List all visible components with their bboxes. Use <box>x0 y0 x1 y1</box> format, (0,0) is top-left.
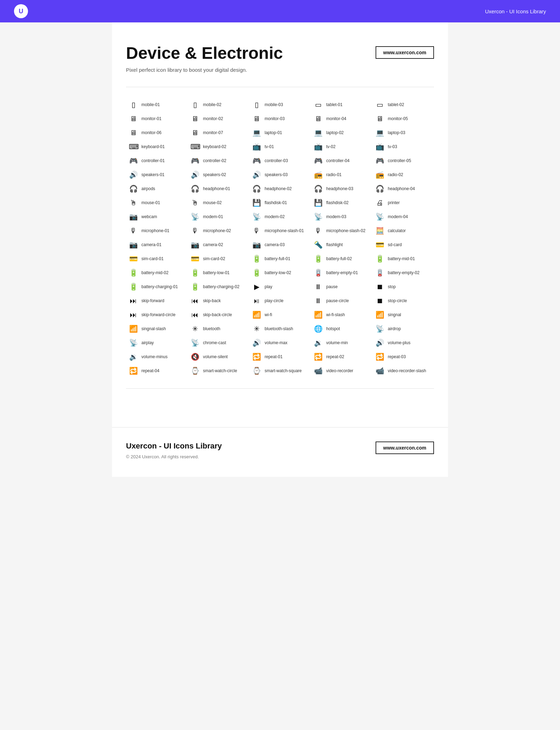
icon-item: 💳sim-card-02 <box>188 252 249 266</box>
icon-item: ⏮skip-back-circle <box>188 308 249 322</box>
icon-item: 🪫battery-empty-01 <box>311 266 372 280</box>
icon-label: tv-03 <box>388 144 397 149</box>
icon-label: mobile-01 <box>141 102 160 107</box>
icon-label: laptop-01 <box>265 130 282 135</box>
modem-04-icon: 📡 <box>375 213 384 220</box>
icon-item: ▯mobile-01 <box>126 98 188 112</box>
icon-label: pause-circle <box>326 298 349 303</box>
icon-item: 📺tv-02 <box>311 140 372 154</box>
icon-label: sim-card-01 <box>141 256 163 261</box>
volume-plus-icon: 🔊 <box>375 339 384 346</box>
icon-item: 🔦flashlight <box>311 238 372 252</box>
icon-label: webcam <box>141 214 157 219</box>
icon-item: 🔊speakers-02 <box>188 168 249 182</box>
footer-inner: Uxercon - UI Icons Library © 2024 Uxerco… <box>126 442 434 459</box>
icon-label: repeat-04 <box>141 368 159 373</box>
smart-watch-circle-icon: ⌚ <box>190 367 200 374</box>
icon-label: controller-02 <box>203 158 226 163</box>
bluetooth-slash-icon: ✳ <box>252 325 261 332</box>
icon-item: 📹video-recorder <box>311 364 372 378</box>
icons-grid: ▯mobile-01▯mobile-02▯mobile-03▭tablet-01… <box>126 98 434 378</box>
icon-item: 📡airplay <box>126 336 188 350</box>
icon-label: headphone-03 <box>326 186 353 191</box>
icon-item: 📶wi-fi <box>249 308 311 322</box>
icon-label: skip-forward <box>141 298 164 303</box>
icon-item: 💳sim-card-01 <box>126 252 188 266</box>
icon-item: 🔋battery-mid-01 <box>372 252 434 266</box>
icon-item: 📡modem-03 <box>311 210 372 224</box>
icon-item: ⌚smart-watch-circle <box>188 364 249 378</box>
icon-item: 🖥monitor-07 <box>188 126 249 140</box>
repeat-04-icon: 🔁 <box>129 367 138 374</box>
icon-label: battery-low-01 <box>203 270 230 275</box>
icon-label: camera-02 <box>203 242 223 247</box>
mouse-01-icon: 🖱 <box>129 199 138 206</box>
monitor-02-icon: 🖥 <box>190 115 200 122</box>
chrome-cast-icon: 📡 <box>190 339 200 346</box>
icon-item: 📶wi-fi-slash <box>311 308 372 322</box>
icon-item: 🪫battery-empty-02 <box>372 266 434 280</box>
icon-label: controller-05 <box>388 158 411 163</box>
controller-02-icon: 🎮 <box>190 157 200 164</box>
icon-item: 🎧headphone-01 <box>188 182 249 196</box>
icon-item: 🔉volume-minus <box>126 350 188 364</box>
monitor-01-icon: 🖥 <box>129 115 138 122</box>
speakers-02-icon: 🔊 <box>190 171 200 178</box>
icon-label: volume-silent <box>203 354 228 359</box>
icon-label: headphone-02 <box>265 186 292 191</box>
icon-label: play <box>265 284 272 289</box>
icon-item: ▭tablet-02 <box>372 98 434 112</box>
icon-label: battery-mid-02 <box>141 270 168 275</box>
icon-label: repeat-03 <box>388 354 406 359</box>
icon-item: 🖨printer <box>372 196 434 210</box>
icon-item: 📻radio-02 <box>372 168 434 182</box>
battery-empty-01-icon: 🪫 <box>314 269 323 276</box>
icon-item: 🎧headphone-02 <box>249 182 311 196</box>
microphone-slash-01-icon: 🎙 <box>252 227 261 234</box>
icon-item: 🎙microphone-slash-01 <box>249 224 311 238</box>
play-circle-icon: ⏯ <box>252 297 261 304</box>
icon-item: ⏸pause-circle <box>311 294 372 308</box>
icon-label: battery-mid-01 <box>388 256 415 261</box>
video-recorder-icon: 📹 <box>314 367 323 374</box>
icon-label: controller-04 <box>326 158 350 163</box>
icon-item: 🌐hotspot <box>311 322 372 336</box>
icon-label: keyboard-01 <box>141 144 165 149</box>
icon-label: smart-watch-square <box>265 368 302 373</box>
icon-item: 🎧headphone-03 <box>311 182 372 196</box>
icon-item: ✳bluetooth-slash <box>249 322 311 336</box>
icon-item: 📶singnal-slash <box>126 322 188 336</box>
website-link[interactable]: www.uxercon.com <box>376 46 434 59</box>
mobile-03-icon: ▯ <box>252 101 261 108</box>
icon-label: wi-fi <box>265 312 272 317</box>
icon-label: speakers-02 <box>203 172 226 177</box>
icon-item: 🔁repeat-02 <box>311 350 372 364</box>
battery-full-02-icon: 🔋 <box>314 255 323 262</box>
icon-item: 🎮controller-02 <box>188 154 249 168</box>
sim-card-01-icon: 💳 <box>129 255 138 262</box>
icon-label: battery-empty-01 <box>326 270 358 275</box>
icon-label: speakers-03 <box>265 172 288 177</box>
speakers-01-icon: 🔊 <box>129 171 138 178</box>
volume-min-icon: 🔉 <box>314 339 323 346</box>
footer-website-link[interactable]: www.uxercon.com <box>376 442 434 454</box>
icon-item: ⏯play-circle <box>249 294 311 308</box>
icon-item: 📡modem-02 <box>249 210 311 224</box>
icon-item: 📡modem-01 <box>188 210 249 224</box>
microphone-slash-02-icon: 🎙 <box>314 227 323 234</box>
footer: Uxercon - UI Icons Library © 2024 Uxerco… <box>112 427 448 477</box>
icon-label: chrome-cast <box>203 340 226 345</box>
camera-02-icon: 📷 <box>190 241 200 248</box>
icon-label: laptop-03 <box>388 130 405 135</box>
icon-item: 🔋battery-mid-02 <box>126 266 188 280</box>
pause-circle-icon: ⏸ <box>314 297 323 304</box>
icon-label: bluetooth <box>203 326 220 331</box>
controller-04-icon: 🎮 <box>314 157 323 164</box>
video-recorder-slash-icon: 📹 <box>375 367 384 374</box>
icon-label: skip-back <box>203 298 221 303</box>
camera-03-icon: 📷 <box>252 241 261 248</box>
icon-item: ⏹stop-circle <box>372 294 434 308</box>
page-title: Device & Electronic <box>126 43 283 63</box>
microphone-01-icon: 🎙 <box>129 227 138 234</box>
icon-item: ⌚smart-watch-square <box>249 364 311 378</box>
